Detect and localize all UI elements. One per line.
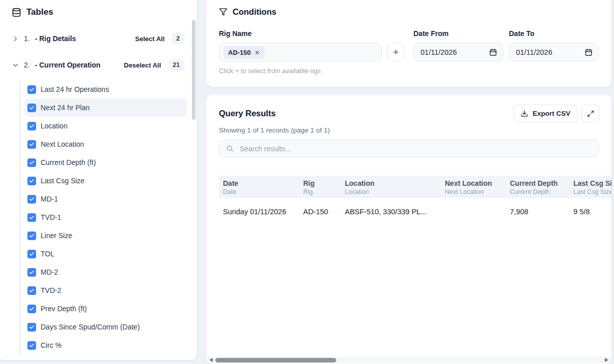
expand-diagonal-arrows-icon bbox=[587, 110, 594, 117]
section-name: - Current Operation bbox=[35, 61, 101, 69]
expand-button[interactable] bbox=[581, 105, 600, 122]
rig-chip-label: AD-150 bbox=[228, 49, 251, 56]
search-icon bbox=[226, 145, 234, 152]
field-label: TOL bbox=[41, 250, 54, 258]
checkbox-checked[interactable] bbox=[27, 195, 36, 204]
field-label: Next Location bbox=[41, 140, 84, 148]
column-header: Date Date bbox=[219, 179, 299, 197]
field-row[interactable]: Last Csg Size bbox=[24, 172, 187, 190]
checkbox-checked[interactable] bbox=[27, 323, 36, 332]
field-row[interactable]: TOL bbox=[24, 245, 187, 263]
checkmark-icon bbox=[29, 178, 35, 184]
table-sections: 1. - Rig Details Select All 2 2. - Curre… bbox=[0, 31, 197, 84]
checkmark-icon bbox=[29, 160, 35, 166]
results-summary: Showing 1 of 1 records (page 1 of 1) bbox=[219, 126, 330, 134]
table-section-row[interactable]: 1. - Rig Details Select All 2 bbox=[0, 31, 197, 46]
section-count-badge: 21 bbox=[168, 59, 184, 71]
field-label: Next 24 hr Plan bbox=[41, 104, 90, 112]
checkbox-checked[interactable] bbox=[27, 268, 36, 277]
field-row[interactable]: Prev Depth (ft) bbox=[24, 300, 187, 318]
column-sublabel: Next Location bbox=[445, 188, 502, 196]
table-section-row[interactable]: 2. - Current Operation Deselect All 21 bbox=[0, 58, 197, 72]
date-from-input[interactable]: 01/11/2026 bbox=[413, 43, 503, 61]
checkbox-checked[interactable] bbox=[27, 341, 36, 350]
search-input[interactable] bbox=[239, 144, 598, 153]
checkbox-checked[interactable] bbox=[27, 158, 36, 167]
calendar-icon[interactable] bbox=[489, 48, 497, 56]
checkmark-icon bbox=[29, 142, 35, 147]
checkbox-checked[interactable] bbox=[27, 140, 36, 149]
scroll-left-arrow-icon[interactable] bbox=[209, 358, 213, 362]
column-header: Location Location bbox=[341, 179, 441, 197]
horizontal-scrollbar-thumb[interactable] bbox=[215, 358, 336, 362]
field-row[interactable]: Location bbox=[24, 117, 187, 135]
app-canvas: Tables 1. - Rig Details Select All 2 2. … bbox=[0, 0, 614, 364]
field-label: Liner Size bbox=[41, 231, 72, 240]
table-cell: AD-150 bbox=[299, 208, 341, 216]
checkmark-icon bbox=[29, 87, 35, 92]
query-results-title: Query Results bbox=[219, 109, 276, 118]
checkmark-icon bbox=[29, 233, 35, 239]
checkbox-checked[interactable] bbox=[27, 213, 36, 222]
column-label: Date bbox=[223, 179, 295, 188]
filter-funnel-icon bbox=[219, 8, 228, 16]
chevron-icon[interactable] bbox=[12, 35, 19, 43]
field-checkbox-list: Last 24 hr Operations Next 24 hr Plan Lo… bbox=[24, 80, 187, 354]
checkbox-checked[interactable] bbox=[27, 286, 36, 295]
rig-name-field[interactable]: AD-150 bbox=[219, 43, 382, 62]
column-sublabel: Last Csg Size bbox=[573, 188, 612, 196]
column-label: Current Depth bbox=[510, 179, 565, 188]
rig-chip[interactable]: AD-150 bbox=[223, 46, 265, 59]
section-action-link[interactable]: Deselect All bbox=[124, 61, 161, 69]
field-row[interactable]: Current Depth (ft) bbox=[24, 153, 187, 172]
checkmark-icon bbox=[29, 270, 35, 275]
add-rig-button[interactable] bbox=[387, 43, 404, 61]
checkbox-checked[interactable] bbox=[27, 250, 36, 258]
table-row: Sunday 01/11/2026AD-150ABSF-510, 330/339… bbox=[219, 197, 612, 226]
field-row[interactable]: MD-2 bbox=[24, 263, 187, 281]
field-row[interactable]: Last 24 hr Operations bbox=[24, 80, 187, 98]
close-x-icon[interactable] bbox=[254, 50, 260, 55]
field-row[interactable]: Days Since Spud/Comm (Date) bbox=[24, 318, 187, 336]
checkmark-icon bbox=[29, 343, 35, 348]
calendar-icon[interactable] bbox=[585, 48, 593, 56]
field-row[interactable]: Liner Size bbox=[24, 226, 187, 245]
tables-panel: Tables 1. - Rig Details Select All 2 2. … bbox=[0, 0, 197, 360]
table-cell: 9 5/8 bbox=[569, 208, 612, 216]
field-row[interactable]: Next Location bbox=[24, 135, 187, 153]
conditions-panel: Conditions Rig Name AD-150 Click + to se… bbox=[206, 0, 612, 87]
field-row[interactable]: MD-1 bbox=[24, 190, 187, 208]
column-label: Location bbox=[345, 179, 437, 188]
column-label: Next Location bbox=[445, 179, 502, 188]
date-to-input[interactable]: 01/11/2026 bbox=[509, 43, 599, 61]
column-label: Rig bbox=[303, 179, 337, 188]
checkbox-checked[interactable] bbox=[27, 104, 36, 112]
checkmark-icon bbox=[29, 196, 35, 202]
sidebar-scrollbar-thumb[interactable] bbox=[192, 20, 196, 120]
section-index: 2. bbox=[24, 61, 30, 69]
column-header: Next Location Next Location bbox=[441, 179, 506, 197]
field-row[interactable]: Next 24 hr Plan bbox=[24, 98, 187, 117]
scroll-right-arrow-icon[interactable] bbox=[605, 358, 608, 362]
field-row[interactable]: TVD-2 bbox=[24, 281, 187, 300]
export-csv-label: Export CSV bbox=[533, 110, 570, 117]
tables-header: Tables bbox=[12, 7, 53, 17]
field-row[interactable]: TVD-1 bbox=[24, 208, 187, 226]
indent-guide bbox=[19, 81, 20, 355]
checkmark-icon bbox=[29, 123, 35, 129]
checkbox-checked[interactable] bbox=[27, 231, 36, 240]
column-header: Rig Rig bbox=[299, 179, 341, 197]
checkbox-checked[interactable] bbox=[27, 177, 36, 185]
field-row[interactable]: Circ % bbox=[24, 336, 187, 354]
horizontal-scrollbar[interactable] bbox=[207, 356, 611, 363]
rig-helper-text: Click + to select from available rigs bbox=[219, 67, 321, 75]
checkbox-checked[interactable] bbox=[27, 85, 36, 94]
date-from-label: Date From bbox=[413, 29, 448, 38]
checkbox-checked[interactable] bbox=[27, 122, 36, 130]
checkmark-icon bbox=[29, 288, 35, 293]
export-csv-button[interactable]: Export CSV bbox=[513, 105, 577, 122]
section-index: 1. bbox=[24, 35, 30, 43]
checkbox-checked[interactable] bbox=[27, 305, 36, 313]
section-action-link[interactable]: Select All bbox=[135, 35, 165, 43]
chevron-icon[interactable] bbox=[12, 61, 19, 69]
